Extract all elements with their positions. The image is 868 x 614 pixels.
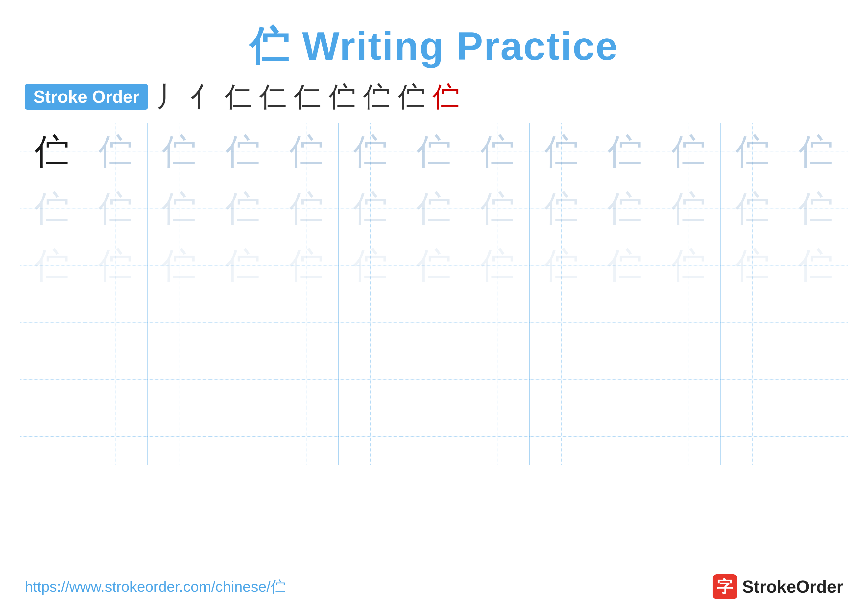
grid-cell[interactable] [338,408,402,465]
grid-cell[interactable]: 伫 [211,180,274,237]
grid-cell[interactable] [402,351,466,408]
grid-cell[interactable] [275,408,338,465]
grid-cell[interactable] [338,351,402,408]
grid-cell[interactable]: 伫 [466,237,530,294]
grid-cell[interactable] [402,408,466,465]
grid-cell[interactable] [338,294,402,351]
grid-cell[interactable] [530,351,593,408]
grid-cell[interactable] [20,294,84,351]
grid-cell[interactable]: 伫 [402,180,466,237]
grid-cell[interactable]: 伫 [275,180,338,237]
grid-cell[interactable] [84,408,147,465]
grid-cell[interactable]: 伫 [84,237,147,294]
grid-cell[interactable]: 伫 [20,123,84,180]
grid-cell[interactable] [20,351,84,408]
grid-cell[interactable]: 伫 [721,180,784,237]
grid-cell[interactable] [466,408,530,465]
stroke-step-6: 伫 [329,83,356,110]
grid-cell[interactable] [593,351,657,408]
grid-cell[interactable]: 伫 [721,123,784,180]
grid-cell[interactable] [275,351,338,408]
grid-cell[interactable] [84,294,147,351]
grid-cell[interactable] [466,294,530,351]
grid-cell[interactable] [784,408,848,465]
stroke-step-8: 伫 [398,83,425,110]
stroke-step-1: 丿 [155,83,183,110]
title-area: 伫 Writing Practice [0,0,868,73]
grid-cell[interactable] [530,408,593,465]
grid-cell[interactable]: 伫 [593,180,657,237]
grid-cell[interactable] [657,351,721,408]
grid-row-5 [20,351,848,408]
footer-logo: 字 StrokeOrder [713,574,843,599]
footer-url[interactable]: https://www.strokeorder.com/chinese/伫 [25,577,285,597]
grid-row-1: 伫 伫 伫 伫 伫 伫 伫 伫 伫 伫 伫 伫 伫 [20,123,848,180]
stroke-step-2: 亻 [190,83,217,110]
grid-cell[interactable]: 伫 [466,123,530,180]
grid-cell[interactable]: 伫 [657,123,721,180]
grid-row-2: 伫 伫 伫 伫 伫 伫 伫 伫 伫 伫 伫 伫 伫 [20,180,848,237]
grid-cell[interactable] [721,294,784,351]
grid-cell[interactable]: 伫 [530,237,593,294]
grid-cell[interactable] [211,294,274,351]
grid-cell[interactable] [657,408,721,465]
grid-cell[interactable] [784,351,848,408]
grid-cell[interactable] [402,294,466,351]
grid-cell[interactable]: 伫 [20,237,84,294]
grid-cell[interactable] [657,294,721,351]
grid-cell[interactable]: 伫 [211,123,274,180]
grid-cell[interactable] [147,351,211,408]
grid-cell[interactable] [530,294,593,351]
grid-cell[interactable] [593,408,657,465]
grid-cell[interactable]: 伫 [402,123,466,180]
grid-cell[interactable] [147,408,211,465]
grid-cell[interactable] [211,351,274,408]
grid-cell[interactable]: 伫 [657,237,721,294]
grid-cell[interactable] [84,351,147,408]
footer-logo-text: StrokeOrder [742,577,843,597]
grid-cell[interactable]: 伫 [593,123,657,180]
grid-cell[interactable]: 伫 [530,123,593,180]
grid-cell[interactable] [147,294,211,351]
grid-cell[interactable] [275,294,338,351]
grid-cell[interactable] [721,408,784,465]
grid-cell[interactable]: 伫 [211,237,274,294]
grid-cell[interactable]: 伫 [784,123,848,180]
stroke-order-row: Stroke Order 丿 亻 仁 仁 仁 伫 伫 伫 伫 [0,83,868,110]
grid-cell[interactable]: 伫 [338,180,402,237]
grid-cell[interactable]: 伫 [275,123,338,180]
grid-cell[interactable] [784,294,848,351]
grid-cell[interactable]: 伫 [20,180,84,237]
grid-cell[interactable]: 伫 [84,180,147,237]
grid-cell[interactable]: 伫 [784,180,848,237]
grid-cell[interactable]: 伫 [147,180,211,237]
title-english: Writing Practice [302,24,618,68]
grid-cell[interactable]: 伫 [784,237,848,294]
grid-row-6 [20,408,848,465]
grid-cell[interactable]: 伫 [466,180,530,237]
grid-cell[interactable]: 伫 [338,237,402,294]
grid-cell[interactable]: 伫 [657,180,721,237]
practice-grid-container: 伫 伫 伫 伫 伫 伫 伫 伫 伫 伫 伫 伫 伫 伫 伫 伫 伫 伫 伫 伫 … [0,123,868,465]
grid-row-3: 伫 伫 伫 伫 伫 伫 伫 伫 伫 伫 伫 伫 伫 [20,237,848,294]
grid-cell[interactable] [211,408,274,465]
stroke-order-badge: Stroke Order [25,84,148,110]
grid-cell[interactable] [721,351,784,408]
stroke-step-4: 仁 [259,83,287,110]
footer: https://www.strokeorder.com/chinese/伫 字 … [0,574,868,599]
grid-cell[interactable]: 伫 [593,237,657,294]
stroke-step-7: 伫 [363,83,391,110]
grid-cell[interactable]: 伫 [275,237,338,294]
grid-cell[interactable]: 伫 [721,237,784,294]
grid-cell[interactable]: 伫 [338,123,402,180]
grid-cell[interactable]: 伫 [530,180,593,237]
grid-cell[interactable] [20,408,84,465]
grid-cell[interactable]: 伫 [84,123,147,180]
grid-cell[interactable] [466,351,530,408]
grid-cell[interactable] [593,294,657,351]
grid-cell[interactable]: 伫 [147,237,211,294]
grid-cell[interactable]: 伫 [402,237,466,294]
title-chinese: 伫 [250,24,290,68]
practice-grid: 伫 伫 伫 伫 伫 伫 伫 伫 伫 伫 伫 伫 伫 伫 伫 伫 伫 伫 伫 伫 … [20,123,848,465]
grid-cell[interactable]: 伫 [147,123,211,180]
